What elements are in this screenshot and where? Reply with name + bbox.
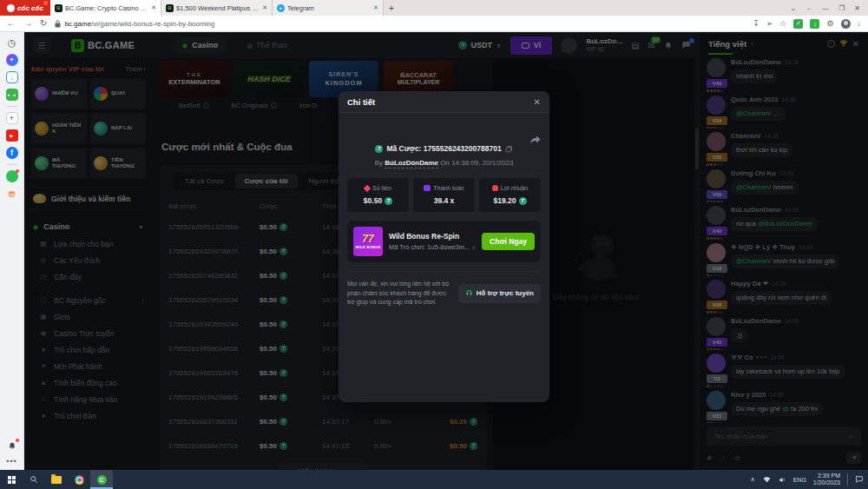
tab-close-icon[interactable]: ✕ [151, 4, 156, 11]
new-tab-button[interactable]: + [384, 0, 399, 16]
notifications-bell-icon[interactable] [6, 439, 18, 452]
youtube-icon[interactable]: ▶ [6, 129, 18, 142]
stat-payout: Thanh toán 39.4 x [413, 178, 475, 212]
file-explorer-icon[interactable] [45, 470, 68, 489]
money-bag-icon [492, 185, 498, 191]
brand-notification-dot [43, 1, 48, 5]
brand-label: cốc cốc [17, 4, 43, 12]
copy-icon[interactable] [505, 145, 513, 153]
browser-toolbar: ← → ↻ bc.game/vi/game/wild-bonus-re-spin… [0, 16, 868, 32]
tab-close-icon[interactable]: ✕ [373, 4, 378, 11]
language-indicator[interactable]: ENG [793, 477, 806, 483]
speaker-icon[interactable] [779, 476, 786, 484]
tab-title: Telegram [287, 4, 371, 12]
support-section: Mọi vấn đề, xin vui lòng liên hệ với bộ … [347, 271, 541, 307]
taskbar-clock[interactable]: 2:39 PM 1/20/2023 [813, 472, 840, 487]
headset-icon [465, 289, 473, 297]
player-name[interactable]: BúLozDònDame [385, 159, 438, 169]
tab-close-icon[interactable]: ✕ [262, 4, 267, 11]
modal-title: Chi tiết [347, 97, 375, 107]
profile-icon[interactable] [841, 19, 851, 29]
support-text: Mọi vấn đề, xin vui lòng liên hệ với bộ … [347, 280, 451, 307]
window-controls: ⌄ ← — ❐ ✕ [782, 0, 868, 16]
stat-amount: Số tiền $0.50 [347, 178, 409, 212]
share-icon[interactable] [530, 135, 541, 144]
add-shortcut-icon[interactable]: + [6, 112, 18, 124]
downloads-icon[interactable]: ↓ [858, 20, 862, 28]
telegram-favicon [277, 4, 285, 12]
divider [847, 473, 848, 486]
reload-icon[interactable]: ↻ [40, 19, 47, 28]
page-viewport: ☰ BC.GAME ◆ Casino ◍ Thể thao USDT ▼ [24, 32, 868, 470]
games-icon[interactable]: ● ● [6, 89, 18, 101]
tab-title: BC.Game: Crypto Casino Gam [65, 4, 148, 12]
back-to-tab-icon[interactable]: ← [806, 4, 812, 12]
usdt-coin-icon [385, 197, 392, 205]
share-icon[interactable]: ➢ [766, 20, 773, 28]
extensions-icon[interactable]: ⚙ [826, 20, 833, 28]
save-page-icon[interactable]: ↧ [753, 20, 760, 28]
coccoc-logo-icon [7, 4, 15, 12]
stat-profit: Lợi nhuận $19.20 [479, 178, 541, 212]
windows-taskbar: C ∧ ENG 2:39 PM 1/20/2023 [0, 470, 868, 489]
bet-id-row: Mã Cược: 1755526243200788701 [347, 144, 541, 153]
browser-sidebar: ◷ ✦ ↓ ● ● + ▶ f ⛃ ••• [0, 32, 24, 470]
browser-tab-telegram[interactable]: Telegram ✕ [273, 0, 384, 16]
tray-expand-icon[interactable]: ∧ [751, 476, 755, 483]
game-name: Wild Bonus Re-Spin [389, 232, 476, 241]
media-download-icon[interactable]: ↓ [6, 71, 18, 83]
url-text: bc.game/vi/game/wild-bonus-re-spin-by-bo… [64, 20, 214, 28]
more-options-icon[interactable]: ••• [6, 457, 16, 466]
bet-meta-row: By BúLozDònDame On 14:38:09, 20/1/2023 [347, 159, 541, 167]
live-support-button[interactable]: Hỗ trợ trực tuyến [458, 284, 541, 303]
shopping-cart-icon[interactable]: ⛃ [6, 188, 18, 200]
screen: cốc cốc BC.Game: Crypto Casino Gam ✕ $1,… [0, 0, 868, 489]
browser-tab-bcgame[interactable]: BC.Game: Crypto Casino Gam ✕ [50, 0, 161, 16]
messenger-icon[interactable]: ✦ [6, 54, 18, 66]
dice-icon [364, 184, 371, 191]
start-button[interactable] [0, 470, 23, 489]
bet-stats: Số tiền $0.50 Thanh toán 39.4 x Lợi nhuậ… [347, 178, 541, 212]
game-card: 77 WILD BONUS Wild Bonus Re-Spin Mã Trò … [347, 221, 541, 262]
facebook-icon[interactable]: f [6, 147, 18, 159]
history-icon[interactable]: ◷ [6, 36, 18, 49]
system-tray: ∧ ENG 2:39 PM 1/20/2023 [751, 472, 868, 487]
forward-icon[interactable]: → [23, 19, 32, 28]
chrome-icon[interactable] [68, 470, 90, 489]
coccoc-brand[interactable]: cốc cốc [0, 0, 50, 16]
usdt-coin-icon [375, 145, 383, 153]
divider [6, 164, 18, 165]
toolbar-icons: ↧ ➢ ☆ ✓ ↓ ⚙ ↓ [753, 19, 861, 29]
usdt-coin-icon [519, 197, 527, 205]
url-bar[interactable]: bc.game/vi/game/wild-bonus-re-spin-by-bo… [55, 20, 745, 28]
taskbar-search-icon[interactable] [23, 470, 45, 489]
divider [6, 106, 18, 107]
bcgame-favicon [166, 4, 174, 12]
download-manager-icon[interactable]: ↓ [810, 19, 819, 29]
copy-icon[interactable] [472, 244, 476, 251]
coccoc-taskbar-icon[interactable]: C [90, 470, 113, 489]
restore-button[interactable]: ❐ [838, 4, 845, 12]
modal-bet-id: Mã Cược: 1755526243200788701 [386, 144, 501, 153]
adblock-shield-icon[interactable]: ✓ [793, 19, 803, 29]
lock-icon [55, 20, 61, 28]
bookmark-star-icon[interactable]: ☆ [779, 20, 786, 28]
wallet-icon [424, 185, 431, 191]
network-icon[interactable] [762, 476, 772, 483]
bet-datetime: 14:38:09, 20/1/2023 [451, 159, 513, 167]
minimize-button[interactable]: — [822, 4, 829, 12]
play-now-button[interactable]: Chơi Ngay [482, 233, 535, 250]
notification-dot [16, 439, 19, 442]
modal-close-icon[interactable]: ✕ [534, 97, 541, 107]
browser-tab-strip: cốc cốc BC.Game: Crypto Casino Gam ✕ $1,… [0, 0, 868, 16]
bcgame-favicon [55, 4, 62, 12]
back-icon[interactable]: ← [7, 19, 16, 28]
tab-search-icon[interactable]: ⌄ [790, 4, 796, 12]
modal-header: Chi tiết ✕ [339, 91, 549, 113]
modal-body: Mã Cược: 1755526243200788701 By BúLozDòn… [339, 113, 549, 314]
game-thumbnail[interactable]: 77 WILD BONUS [353, 227, 383, 256]
shortcut-icon[interactable] [6, 170, 18, 182]
close-button[interactable]: ✕ [854, 4, 860, 12]
browser-tab-weekend[interactable]: $1,500 Weekend Platipus M... ✕ [161, 0, 273, 16]
action-center-icon[interactable] [855, 475, 864, 484]
